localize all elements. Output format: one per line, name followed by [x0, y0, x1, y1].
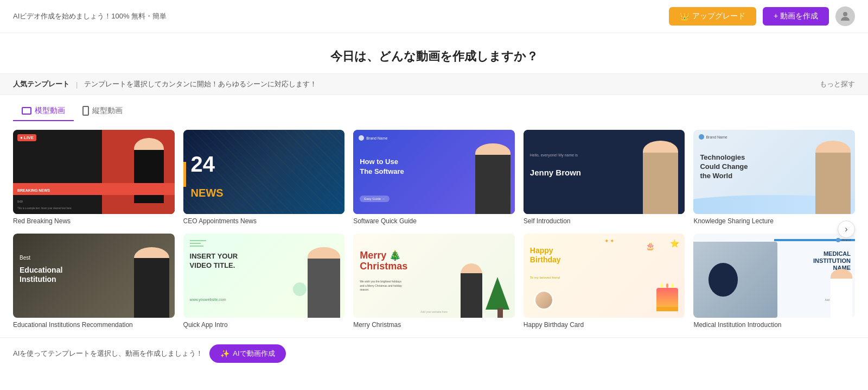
tab-landscape-label: 模型動画: [35, 106, 65, 116]
carousel-next-button[interactable]: ›: [838, 221, 855, 238]
thumb-birthday: HappyBirthday To my beloved friend ⭐ ✦ ✦: [524, 234, 685, 318]
template-grid-section: 🔥') center/cover no-repeat;" data-intera…: [0, 121, 868, 337]
thumb-24news: 24 NEWS: [183, 130, 345, 214]
portrait-icon: [82, 106, 89, 116]
landscape-icon: [22, 107, 31, 115]
user-avatar[interactable]: [835, 7, 855, 26]
card-thumb-educational: Best EducationalInstitution: [13, 234, 175, 318]
card-label-merry-christmas: Merry Christmas: [353, 321, 515, 329]
template-card-red-breaking-news[interactable]: 🔥') center/cover no-repeat;" data-intera…: [13, 130, 175, 225]
card-label-knowledge-lecture: Knowledge Sharing Lecture: [693, 217, 855, 225]
thumb-selfintro: Hello, everyone! My name is Jenny Brown: [524, 130, 685, 214]
card-thumb-software-guide: Brand Name How to UseThe Software Easy G…: [353, 130, 515, 214]
card-thumb-medical-intro: Brand MEDICALINSTITUTIONNAME Add your sl…: [693, 234, 855, 318]
template-card-merry-christmas[interactable]: Merry 🎄Christmas We wish you the brighte…: [353, 234, 515, 329]
card-label-software-guide: Software Quick Guide: [353, 217, 515, 225]
popular-label: 人気テンプレート: [13, 79, 69, 89]
bottom-text: AIを使ってテンプレートを選択し、動画を作成しましょう！: [13, 349, 203, 358]
card-label-educational: Educational Institutions Recommendation: [13, 321, 175, 329]
technologies-text: TechnologiesCould Changethe World: [700, 153, 748, 181]
card-label-happy-birthday: Happy Birthday Card: [524, 321, 685, 329]
tab-landscape[interactable]: 模型動画: [13, 102, 74, 121]
page-title-section: 今日は、どんな動画を作成しますか？: [0, 33, 868, 73]
how-to-use-text: How to UseThe Software: [360, 157, 404, 177]
card-thumb-red-breaking-news: 🔥') center/cover no-repeat;" data-intera…: [13, 130, 175, 214]
svg-point-0: [843, 12, 847, 16]
thumb-news: 🔥') center/cover no-repeat;" data-intera…: [13, 130, 175, 214]
card-label-quick-app-intro: Quick App Intro: [183, 321, 345, 329]
news-label: NEWS: [191, 187, 224, 199]
page-title: 今日は、どんな動画を作成しますか？: [13, 48, 855, 65]
more-button[interactable]: もっと探す: [820, 79, 855, 89]
template-grid: 🔥') center/cover no-repeat;" data-intera…: [13, 130, 855, 225]
template-card-self-intro[interactable]: Hello, everyone! My name is Jenny Brown …: [524, 130, 685, 225]
card-thumb-happy-birthday: HappyBirthday To my beloved friend ⭐ ✦ ✦: [524, 234, 685, 318]
card-label-ceo-appointments: CEO Appointments News: [183, 217, 345, 225]
template-card-quick-app-intro[interactable]: INSERT YOURVIDEO TITLE. www.youwebsite.c…: [183, 234, 345, 329]
ai-create-button[interactable]: ✨ AIで動画作成: [209, 344, 285, 363]
card-thumb-ceo-appointments: 24 NEWS: [183, 130, 345, 214]
thumb-medical: Brand MEDICALINSTITUTIONNAME Add your sl…: [693, 234, 855, 318]
tab-portrait[interactable]: 縦型動画: [74, 102, 131, 121]
template-card-medical-intro[interactable]: Brand MEDICALINSTITUTIONNAME Add your sl…: [693, 234, 855, 329]
template-card-knowledge-lecture[interactable]: Brand Name TechnologiesCould Changethe W…: [693, 130, 855, 225]
tab-portrait-label: 縦型動画: [92, 106, 123, 116]
create-video-button[interactable]: + 動画を作成: [763, 7, 829, 26]
sparkle-icon: ✨: [220, 349, 229, 358]
thumb-christmas: Merry 🎄Christmas We wish you the brighte…: [353, 234, 515, 318]
easy-guide-btn: Easy Guide →: [360, 196, 390, 202]
card-label-self-intro: Self Introduction: [524, 217, 685, 225]
template-card-educational[interactable]: Best EducationalInstitution Educational …: [13, 234, 175, 329]
breaking-news-label: BREAKING NEWS: [17, 188, 50, 192]
thumb-knowledge: Brand Name TechnologiesCould Changethe W…: [693, 130, 855, 214]
news-24-text: 24: [191, 153, 215, 175]
template-bar-left: 人気テンプレート | テンプレートを選択してカンタンに開始！あらゆるシーンに対応…: [13, 79, 317, 89]
template-bar-description: テンプレートを選択してカンタンに開始！あらゆるシーンに対応します！: [84, 79, 317, 89]
thumb-software: Brand Name How to UseThe Software Easy G…: [353, 130, 515, 214]
card-thumb-knowledge-lecture: Brand Name TechnologiesCould Changethe W…: [693, 130, 855, 214]
thumb-education: Best EducationalInstitution: [13, 234, 175, 318]
card-thumb-merry-christmas: Merry 🎄Christmas We wish you the brighte…: [353, 234, 515, 318]
template-card-software-guide[interactable]: Brand Name How to UseThe Software Easy G…: [353, 130, 515, 225]
card-label-medical-intro: Medical Institution Introduction: [693, 321, 855, 329]
user-avatar-icon: [839, 10, 852, 23]
live-badge: ● LIVE: [17, 134, 36, 141]
header-tagline: AIビデオ作成を始めましょう！100% 無料・簡単: [13, 11, 167, 21]
template-bar: 人気テンプレート | テンプレートを選択してカンタンに開始！あらゆるシーンに対応…: [0, 73, 868, 95]
header-actions: 👑 アップグレード + 動画を作成: [669, 7, 855, 26]
jenny-brown-text: Jenny Brown: [530, 168, 581, 177]
grid-wrapper: 🔥') center/cover no-repeat;" data-intera…: [13, 130, 855, 329]
header: AIビデオ作成を始めましょう！100% 無料・簡単 👑 アップグレード + 動画…: [0, 0, 868, 33]
card-label-red-breaking-news: Red Breaking News: [13, 217, 175, 225]
upgrade-button[interactable]: 👑 アップグレード: [669, 7, 756, 26]
template-card-happy-birthday[interactable]: HappyBirthday To my beloved friend ⭐ ✦ ✦: [524, 234, 685, 329]
crown-icon: 👑: [680, 12, 689, 21]
card-thumb-self-intro: Hello, everyone! My name is Jenny Brown: [524, 130, 685, 214]
thumb-appintro: INSERT YOURVIDEO TITLE. www.youwebsite.c…: [183, 234, 345, 318]
template-card-ceo-appointments[interactable]: 24 NEWS CEO Appointments News: [183, 130, 345, 225]
video-type-tabs: 模型動画 縦型動画: [0, 95, 868, 121]
ai-create-label: AIで動画作成: [233, 349, 275, 358]
bottom-section: AIを使ってテンプレートを選択し、動画を作成しましょう！ ✨ AIで動画作成: [0, 337, 868, 369]
card-thumb-quick-app-intro: INSERT YOURVIDEO TITLE. www.youwebsite.c…: [183, 234, 345, 318]
divider: |: [76, 80, 78, 89]
template-grid-row2: Best EducationalInstitution Educational …: [13, 234, 855, 329]
